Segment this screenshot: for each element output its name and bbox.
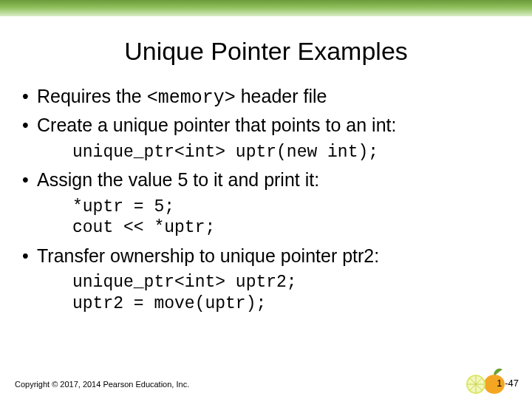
bullet-item-4: Transfer ownership to unique pointer ptr… [19, 245, 513, 267]
bullet-2-text: Create a unique pointer that points to a… [37, 115, 396, 135]
bullet-list-4: Transfer ownership to unique pointer ptr… [19, 245, 513, 267]
bullet-4-text: Transfer ownership to unique pointer ptr… [37, 245, 379, 266]
slide-content: Unique Pointer Examples Requires the <me… [0, 16, 532, 315]
code-block-3: *uptr = 5; cout << *uptr; [72, 197, 513, 239]
slide-title: Unique Pointer Examples [19, 37, 513, 66]
bullet-item-2: Create a unique pointer that points to a… [19, 114, 513, 137]
bullet-item-3: Assign the value 5 to it and print it: [19, 168, 513, 191]
bullet-1-code: <memory> [147, 87, 236, 109]
top-accent-bar [0, 0, 532, 16]
bullet-list: Requires the <memory> header file Create… [19, 85, 513, 137]
bullet-1-text-pre: Requires the [37, 86, 147, 106]
copyright-footer: Copyright © 2017, 2014 Pearson Education… [15, 380, 189, 389]
bullet-3-text: Assign the value 5 to it and print it: [37, 169, 319, 190]
page-number: 1 -47 [497, 378, 519, 389]
bullet-1-text-post: header file [236, 86, 327, 106]
bullet-list-3: Assign the value 5 to it and print it: [19, 168, 513, 191]
code-block-4: unique_ptr<int> uptr2; uptr2 = move(uptr… [72, 272, 513, 315]
bullet-item-1: Requires the <memory> header file [19, 85, 513, 109]
code-block-2: unique_ptr<int> uptr(new int); [72, 142, 513, 163]
